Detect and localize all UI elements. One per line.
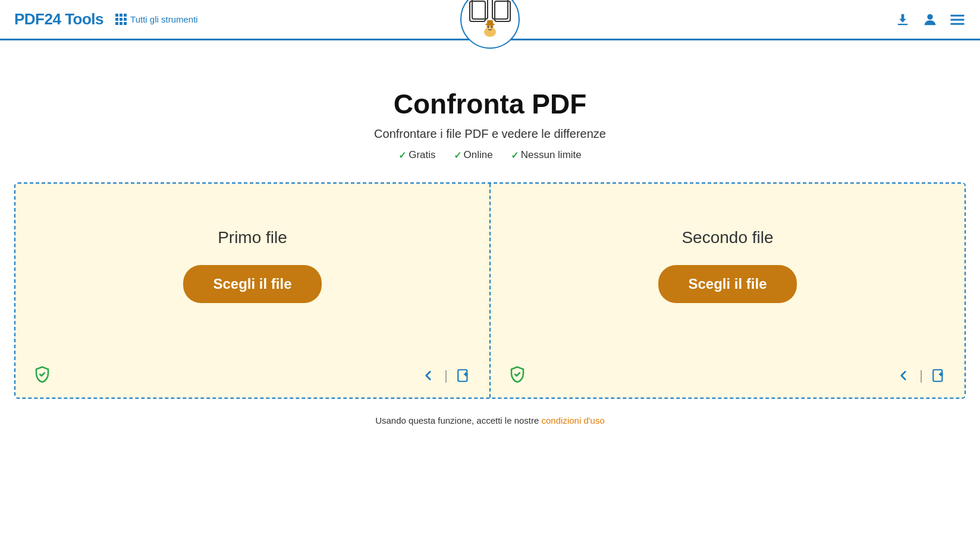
badge-gratis: ✓ Gratis — [398, 149, 435, 161]
dropzone-panel-1[interactable]: Primo file Scegli il file | — [15, 184, 491, 398]
page-title: Confronta PDF — [394, 88, 587, 120]
label-gratis: Gratis — [409, 149, 435, 161]
dropzone-wrapper: Primo file Scegli il file | — [14, 182, 966, 399]
check-online: ✓ — [454, 150, 461, 161]
feature-badges: ✓ Gratis ✓ Online ✓ Nessun limite — [398, 149, 582, 161]
badge-online: ✓ Online — [454, 149, 493, 161]
panel1-label: Primo file — [218, 228, 287, 247]
main-content: Confronta PDF Confrontare i file PDF e v… — [0, 40, 980, 425]
divider-2: | — [919, 368, 923, 383]
panel1-right-icons: | — [420, 368, 472, 383]
page-subtitle: Confrontare i file PDF e vedere le diffe… — [374, 127, 606, 141]
shield-icon-1 — [33, 365, 51, 386]
divider-1: | — [444, 368, 448, 383]
panel2-footer: | — [508, 365, 947, 386]
badge-nessun-limite: ✓ Nessun limite — [511, 149, 582, 161]
svg-point-10 — [927, 14, 932, 19]
svg-rect-9 — [487, 20, 493, 24]
dropzone-panel-2[interactable]: Secondo file Scegli il file | — [491, 184, 965, 398]
svg-rect-12 — [950, 18, 964, 20]
all-tools-label: Tutti gli strumenti — [130, 14, 198, 24]
logo[interactable]: PDF24 Tools — [14, 10, 103, 29]
back-arrow-icon-2[interactable] — [896, 368, 911, 383]
shield-icon-2 — [508, 365, 526, 386]
choose-file-button-1[interactable]: Scegli il file — [183, 265, 321, 303]
choose-file-button-2[interactable]: Scegli il file — [658, 265, 796, 303]
terms-note: Usando questa funzione, accetti le nostr… — [375, 415, 605, 425]
svg-rect-13 — [950, 23, 964, 24]
back-arrow-icon-1[interactable] — [420, 368, 436, 383]
add-file-icon-2[interactable] — [931, 368, 947, 383]
panel1-footer: | — [33, 365, 472, 386]
grid-icon — [115, 14, 127, 25]
check-nessun-limite: ✓ — [511, 150, 519, 161]
add-file-icon-1[interactable] — [456, 368, 472, 383]
panel2-label: Secondo file — [681, 228, 773, 247]
all-tools-link[interactable]: Tutti gli strumenti — [115, 14, 198, 25]
svg-point-6 — [488, 26, 489, 28]
user-icon[interactable] — [922, 11, 938, 28]
mascot-svg — [466, 0, 514, 43]
svg-rect-11 — [950, 14, 964, 16]
terms-link[interactable]: condizioni d'uso — [542, 415, 605, 425]
download-icon[interactable] — [894, 11, 911, 28]
header-right-actions — [894, 11, 966, 28]
terms-note-before: Usando questa funzione, accetti le nostr… — [375, 415, 541, 425]
mascot-logo — [460, 0, 520, 49]
check-gratis: ✓ — [398, 150, 406, 161]
panel2-right-icons: | — [896, 368, 947, 383]
label-nessun-limite: Nessun limite — [521, 149, 582, 161]
svg-point-7 — [491, 26, 493, 28]
header: PDF24 Tools Tutti gli strumenti — [0, 0, 980, 40]
menu-icon[interactable] — [949, 11, 966, 28]
label-online: Online — [464, 149, 493, 161]
header-mascot-container — [460, 0, 520, 49]
